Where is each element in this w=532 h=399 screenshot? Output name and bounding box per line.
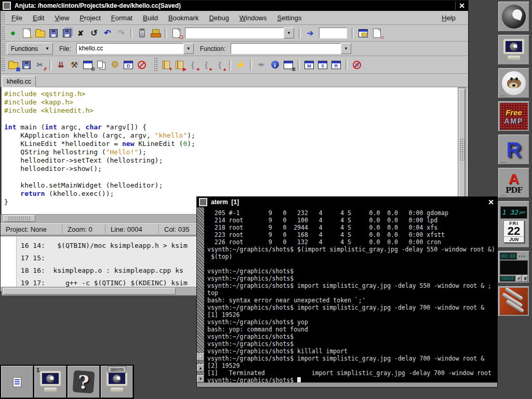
task-window-help[interactable]: ? [68, 366, 100, 398]
redo-icon[interactable]: ↷ [115, 27, 127, 39]
next-bookmark-icon[interactable]: ▶ [173, 59, 185, 71]
save-all-icon[interactable] [61, 27, 73, 39]
toolbar-grip-handle[interactable] [1, 43, 5, 55]
terminal-scrollbar[interactable]: ▲ ▼ [197, 207, 204, 382]
menu-build[interactable]: Build [138, 12, 163, 23]
menubar-grip-handle[interactable] [1, 12, 5, 23]
dock-sheet-icon[interactable] [1, 366, 33, 398]
confirm-icon[interactable]: ✔ [516, 275, 522, 282]
anjuta-titlebar[interactable]: Anjuta: /home/clinton/Projects/kde-dev/k… [1, 1, 468, 11]
toolbar-grip-handle[interactable] [1, 26, 5, 40]
close-project-icon[interactable]: ✂✗ [34, 59, 46, 71]
messages-window-icon[interactable] [357, 27, 369, 39]
find-combobox[interactable]: ▼ [185, 28, 294, 38]
function-combobox[interactable]: ▼ [231, 43, 351, 54]
build-message-row[interactable]: 17 15: [17, 252, 188, 264]
find-combobox-value[interactable] [185, 28, 284, 38]
aterm-titlebar[interactable]: aterm [1] ✕ [197, 197, 497, 207]
chevron-down-icon[interactable]: ▼ [284, 28, 294, 38]
realplayer-icon[interactable]: R··· [498, 135, 529, 165]
goto-icon[interactable]: ➔ [304, 27, 316, 39]
menu-windows[interactable]: Windows [234, 12, 272, 23]
open-project-icon[interactable]: ▤ [7, 59, 19, 71]
aterm-close-icon[interactable]: ✕ [485, 198, 497, 206]
task-window-aterm[interactable]: aterm [101, 366, 133, 398]
toggle-bookmark-icon[interactable]: ▼ [159, 59, 172, 71]
prev-block-icon[interactable]: {◄ [187, 59, 199, 71]
messages-list[interactable]: 16 14: $(QTBIN)/moc ksimpleapp.h > ksim … [17, 236, 188, 287]
cancel-icon[interactable]: ✘ [523, 275, 528, 282]
window-menu-icon[interactable] [3, 2, 11, 10]
import-files-icon[interactable]: ⇊ [55, 59, 67, 71]
copy-icon[interactable] [95, 59, 108, 71]
next-block-icon[interactable]: {► [200, 59, 212, 71]
start-icon[interactable]: ● [7, 27, 19, 39]
menu-debug[interactable]: Debug [204, 12, 234, 23]
clock-calendar-icon[interactable]: 1 32pmFRI22JUN [498, 201, 529, 248]
download-monitor-icon[interactable]: 88:88●●●888kB✔✘ [498, 251, 529, 283]
tab-khello-cc[interactable]: khello.cc [2, 76, 36, 87]
print-icon[interactable] [149, 27, 162, 39]
attach-process-icon[interactable]: ✒ [255, 59, 268, 71]
function-combobox-value[interactable] [231, 43, 341, 54]
goto-line-input[interactable] [319, 28, 347, 38]
toolbar-grip-handle[interactable] [154, 57, 157, 72]
stop-build-icon[interactable] [136, 59, 148, 71]
code-editor[interactable]: #include <qstring.h>#include <kapp.h>#in… [1, 87, 458, 214]
window-menu-icon[interactable] [199, 198, 207, 206]
menu-format[interactable]: Format [106, 12, 138, 23]
undo-icon[interactable]: ↶ [101, 27, 114, 39]
stop-debugger-icon[interactable]: ⚙ [351, 59, 363, 71]
build-message-row[interactable]: 16 14: $(QTBIN)/moc ksimpleapp.h > ksim [17, 240, 188, 252]
scrollbar-knob-icon[interactable] [197, 353, 204, 361]
build-icon[interactable]: ⚒ [68, 59, 81, 71]
debug-window-icon[interactable]: D [122, 59, 135, 71]
aterm-resize-bar[interactable] [197, 382, 497, 387]
menu-file[interactable]: File [6, 12, 28, 23]
stack-s-icon[interactable]: S [316, 59, 329, 71]
macro-jar-icon[interactable] [136, 27, 148, 39]
build-message-row[interactable]: 19 17: g++ -c $(QTINC) $(KDEINC) ksim [17, 277, 188, 287]
registers-r-icon[interactable]: R [330, 59, 342, 71]
vscrollbar-thumb[interactable] [459, 89, 465, 210]
menu-bookmark[interactable]: Bookmark [163, 12, 204, 23]
menu-project[interactable]: Project [74, 12, 105, 23]
reload-file-icon[interactable]: ↺ [88, 27, 100, 39]
configure-icon[interactable]: ⚙ [82, 59, 94, 71]
find-icon[interactable]: ❍ [170, 27, 182, 39]
chevron-down-icon[interactable]: ▼ [183, 43, 194, 54]
info-icon[interactable]: i [269, 59, 281, 71]
file-combobox[interactable]: khello.cc ▼ [76, 43, 194, 54]
freeamp-icon[interactable]: FreeAMP··· [498, 101, 529, 131]
build-all-icon[interactable]: ⚙ [109, 59, 121, 71]
matching-brace-icon[interactable]: {▲ [214, 59, 226, 71]
menu-edit[interactable]: Edit [28, 12, 49, 23]
kde-logo-icon[interactable] [498, 2, 529, 32]
screws-photo-icon[interactable]: ··· [498, 286, 529, 316]
gimp-icon[interactable]: ··· [498, 68, 529, 98]
build-message-row[interactable]: 18 16: ksimpleapp.o : ksimpleapp.cpp ks [17, 264, 188, 277]
functions-dropdown-button[interactable]: Functions ▼ [7, 43, 53, 55]
messages-m-icon[interactable]: M [303, 59, 315, 71]
new-file-icon[interactable]: ✶ [20, 27, 33, 39]
anjuta-close-icon[interactable]: ✕ [455, 2, 468, 10]
watch-window-icon[interactable]: ≣ [282, 59, 295, 71]
close-file-icon[interactable]: ✘ [74, 27, 87, 39]
editor-vscrollbar[interactable] [458, 87, 466, 214]
scroll-down-icon[interactable]: ▼ [197, 375, 204, 382]
open-file-icon[interactable] [34, 27, 46, 39]
file-combobox-value[interactable]: khello.cc [76, 43, 183, 54]
save-file-icon[interactable] [47, 27, 60, 39]
scroll-up-icon[interactable]: ▲ [197, 364, 204, 371]
terminal-output[interactable]: 205 #-1 9 0 232 4 4 S 0.0 0.0 0:00 gdoma… [204, 207, 497, 382]
messages-scrollbar-thumb[interactable] [3, 288, 176, 295]
chevron-down-icon[interactable]: ▼ [341, 43, 351, 54]
hscrollbar-thumb[interactable] [3, 215, 35, 222]
acrobat-pdf-icon[interactable]: APDF··· [498, 168, 529, 198]
task-window-kde[interactable]: 1 [34, 366, 66, 398]
execute-icon[interactable]: ⚡ [234, 59, 247, 71]
editor-window-icon[interactable]: ≡ [370, 27, 383, 39]
save-project-icon[interactable] [20, 59, 33, 71]
toolbar-grip-handle[interactable] [1, 57, 5, 72]
kde-display-icon[interactable] [498, 35, 529, 65]
